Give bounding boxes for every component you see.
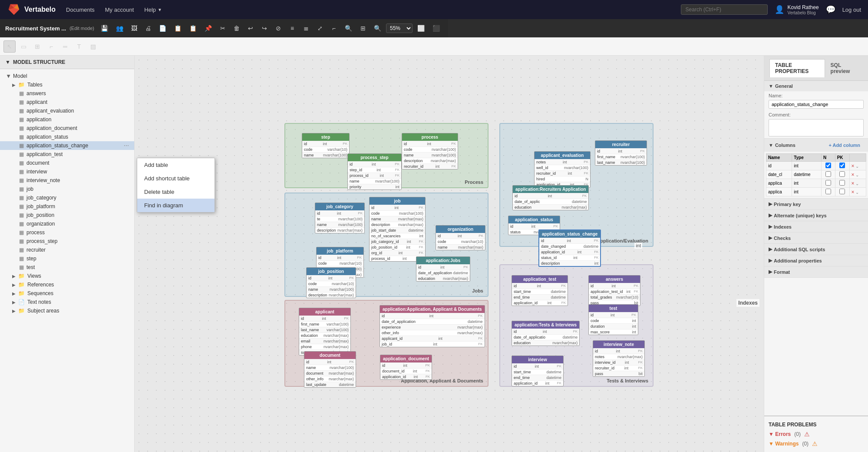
tree-table-process[interactable]: ▦ process bbox=[0, 228, 134, 237]
tree-sequences[interactable]: ▶ 📁 Sequences bbox=[0, 289, 134, 298]
db-table-app-test[interactable]: application_test idintPK start_timedatet… bbox=[512, 275, 568, 306]
section-columns-header[interactable]: ▼ Columns + Add column bbox=[764, 139, 868, 152]
tree-table-job-category[interactable]: ▦ job_category bbox=[0, 193, 134, 202]
toolbar-copy-button[interactable]: 📋 bbox=[186, 22, 200, 34]
tree-table-application-status-change[interactable]: ▦ application_status_change ⋯ bbox=[0, 141, 134, 150]
col-actions-applica2[interactable]: × ⌄ bbox=[849, 188, 866, 196]
tool-text[interactable]: T bbox=[73, 40, 85, 53]
table-name-input[interactable] bbox=[769, 100, 864, 109]
tree-table-process-step[interactable]: ▦ process_step bbox=[0, 237, 134, 246]
tree-model[interactable]: ▶ Model bbox=[0, 72, 134, 80]
section-general-header[interactable]: ▼ General bbox=[764, 81, 868, 91]
db-table-interview-note[interactable]: interview_note idintPK notesnvarchar(max… bbox=[593, 340, 645, 377]
toolbar-cut-button[interactable]: ✂ bbox=[217, 22, 229, 34]
toolbar-restrict-button[interactable]: ⊘ bbox=[272, 22, 284, 34]
tree-table-applicant-evaluation[interactable]: ▦ applicant_evaluation bbox=[0, 106, 134, 115]
toolbar-grid-button[interactable]: ⊞ bbox=[357, 22, 369, 34]
db-table-recruiters-app[interactable]: application:Recruiters Application idint… bbox=[512, 185, 589, 210]
section-checks-header[interactable]: ▶ Checks bbox=[764, 233, 868, 243]
tree-tables[interactable]: ▶ 📁 Tables bbox=[0, 80, 134, 89]
tab-sql-preview[interactable]: SQL preview bbox=[825, 59, 863, 77]
section-additional-sql-header[interactable]: ▶ Additional SQL scripts bbox=[764, 244, 868, 255]
db-table-document[interactable]: document idintPK namenvarchar(100) docum… bbox=[304, 351, 356, 388]
section-format-header[interactable]: ▶ Format bbox=[764, 266, 868, 277]
tab-table-properties[interactable]: TABLE PROPERTIES bbox=[769, 59, 825, 77]
db-table-applicant[interactable]: applicant idintPK first_namevarchar(100)… bbox=[299, 308, 351, 356]
tree-table-interview-note[interactable]: ▦ interview_note bbox=[0, 176, 134, 185]
tree-table-organization[interactable]: ▦ organization bbox=[0, 219, 134, 228]
db-table-job-category[interactable]: job_category idintPK tenvarchar(100) nam… bbox=[315, 203, 365, 233]
db-table-job[interactable]: job idintPK codenvarchar(100) namenvarch… bbox=[369, 197, 426, 262]
search-input[interactable] bbox=[681, 4, 768, 15]
zoom-select[interactable]: 55% 75% 100% bbox=[386, 23, 413, 33]
context-add-table[interactable]: Add table bbox=[137, 158, 215, 172]
section-indexes-header[interactable]: ▶ Indexes bbox=[764, 221, 868, 232]
db-table-app-tests-interviews[interactable]: application:Tests & Interviews idintPK d… bbox=[512, 321, 580, 346]
toolbar-doc-button[interactable]: 📄 bbox=[156, 22, 169, 34]
tool-select[interactable]: ↖ bbox=[3, 40, 16, 53]
toolbar-align-right-button[interactable]: ≣ bbox=[300, 22, 312, 34]
db-table-answers[interactable]: answers idintPK application_test_idintFK… bbox=[588, 275, 640, 306]
col-delete-date-cl[interactable]: × bbox=[851, 172, 855, 178]
tool-rectangle[interactable]: ▭ bbox=[17, 40, 30, 53]
db-table-app-applicant-docs[interactable]: application:Application, Applicant & Doc… bbox=[380, 305, 485, 347]
toolbar-save-button[interactable]: 💾 bbox=[98, 22, 111, 34]
tree-table-application-test[interactable]: ▦ application_test bbox=[0, 150, 134, 159]
nav-documents[interactable]: Documents bbox=[66, 7, 95, 13]
db-table-test[interactable]: test idintPK codeint durationint max_sco… bbox=[588, 304, 638, 335]
tree-table-interview[interactable]: ▦ interview bbox=[0, 167, 134, 176]
toolbar-undo-button[interactable]: ↩ bbox=[244, 22, 257, 34]
toolbar-print-button[interactable]: 🖨 bbox=[142, 22, 154, 34]
tree-table-application[interactable]: ▦ application bbox=[0, 115, 134, 124]
tree-table-job[interactable]: ▦ job bbox=[0, 185, 134, 193]
tool-line[interactable]: ═ bbox=[59, 40, 71, 53]
toolbar-redo-button[interactable]: ↪ bbox=[258, 22, 271, 34]
toolbar-align-left-button[interactable]: ≡ bbox=[286, 22, 298, 34]
tree-references[interactable]: ▶ 📁 References bbox=[0, 280, 134, 289]
add-column-button[interactable]: + Add column bbox=[825, 141, 864, 149]
col-delete-applica1[interactable]: × bbox=[851, 180, 855, 186]
section-additional-props-header[interactable]: ▶ Additional properties bbox=[764, 255, 868, 266]
toolbar-paste-button[interactable]: 📌 bbox=[201, 22, 215, 34]
logo[interactable]: Vertabelo bbox=[7, 3, 56, 17]
tree-table-application-status[interactable]: ▦ application_status bbox=[0, 133, 134, 141]
tree-table-step[interactable]: ▦ step bbox=[0, 254, 134, 263]
toolbar-layout-button[interactable]: ⬛ bbox=[429, 22, 443, 34]
toolbar-corner-button[interactable]: ⌐ bbox=[328, 22, 340, 34]
toolbar-resize-button[interactable]: ⤢ bbox=[314, 22, 326, 34]
col-actions-id[interactable]: × ⌄ bbox=[849, 162, 866, 170]
diagram-canvas[interactable]: Process Jobs Application, Applicant & Do… bbox=[135, 56, 764, 452]
tree-table-job-position[interactable]: ▦ job_position bbox=[0, 211, 134, 219]
tree-text-notes[interactable]: ▶ 📄 Text notes bbox=[0, 298, 134, 306]
db-table-process[interactable]: process idintPK codenvarchar(100) namenv… bbox=[402, 133, 458, 170]
canvas-area[interactable]: Add table Add shortcut table Delete tabl… bbox=[135, 56, 764, 452]
col-actions-date-cl[interactable]: × ⌄ bbox=[849, 170, 866, 179]
tool-corner[interactable]: ⌐ bbox=[45, 40, 57, 53]
db-table-process-step[interactable]: process_step idintPK step_idintFK proces… bbox=[347, 153, 402, 190]
db-table-app-status-change[interactable]: application_status_change idintPK date_c… bbox=[538, 229, 601, 267]
db-table-app-jobs[interactable]: application:Jobs idintPK date_of_applica… bbox=[416, 256, 470, 282]
section-ak-header[interactable]: ▶ Alternate (unique) keys bbox=[764, 210, 868, 221]
sidebar-collapse-arrow[interactable]: ▼ bbox=[5, 59, 10, 65]
tree-table-test[interactable]: ▦ test bbox=[0, 263, 134, 272]
col-delete-id[interactable]: × bbox=[851, 163, 855, 169]
db-table-step[interactable]: step idintPK codevarchar(10) namenvarcha… bbox=[302, 133, 350, 158]
tree-table-application-document[interactable]: ▦ application_document bbox=[0, 124, 134, 133]
nav-my-account[interactable]: My account bbox=[105, 7, 134, 13]
tree-table-recruiter[interactable]: ▦ recruiter bbox=[0, 246, 134, 254]
tree-subject-areas[interactable]: ▶ 📁 Subject areas bbox=[0, 306, 134, 315]
context-delete-table[interactable]: Delete table bbox=[137, 185, 215, 199]
col-delete-applica2[interactable]: × bbox=[851, 189, 855, 195]
section-pk-header[interactable]: ▶ Primary key bbox=[764, 199, 868, 209]
db-table-recruiter[interactable]: recruiter idintPK first_namenvarchar(100… bbox=[595, 140, 647, 166]
tool-table[interactable]: ⊞ bbox=[31, 40, 43, 53]
nav-help[interactable]: Help ▼ bbox=[144, 7, 162, 13]
tree-table-answers[interactable]: ▦ answers bbox=[0, 89, 134, 98]
db-table-job-position[interactable]: job_position idintPK codenvarchar(10) na… bbox=[306, 267, 356, 298]
table-comment-input[interactable] bbox=[769, 119, 864, 136]
logout-button[interactable]: Log out bbox=[842, 7, 861, 13]
db-table-interview[interactable]: interview idintPK start_timedatetime end… bbox=[512, 356, 564, 386]
tree-views[interactable]: ▶ 📁 Views bbox=[0, 272, 134, 280]
toolbar-pdf-button[interactable]: 📋 bbox=[171, 22, 185, 34]
toolbar-zoom-out-button[interactable]: 🔍 bbox=[342, 22, 355, 34]
